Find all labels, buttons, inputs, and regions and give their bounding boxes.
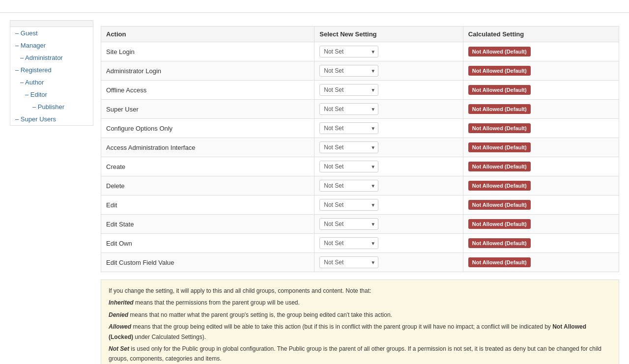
status-badge: Not Allowed (Default) [468, 66, 531, 76]
select-1[interactable]: Not SetInheritedDeniedAllowed [319, 65, 378, 77]
table-row: Super UserNot SetInheritedDeniedAllowed▼… [101, 100, 619, 119]
action-label: Site Login [101, 42, 314, 61]
action-label: Access Administration Interface [101, 138, 314, 157]
calculated-cell: Not Allowed (Default) [463, 253, 619, 272]
select-cell: Not SetInheritedDeniedAllowed▼ [314, 61, 463, 81]
notes-not-set: Not Set is used only for the Public grou… [109, 344, 611, 364]
action-label: Configure Options Only [101, 119, 314, 138]
select-0[interactable]: Not SetInheritedDeniedAllowed [319, 46, 378, 57]
calculated-cell: Not Allowed (Default) [463, 42, 619, 61]
action-label: Create [101, 157, 314, 176]
sidebar-item-author[interactable]: – Author [10, 76, 93, 88]
select-cell: Not SetInheritedDeniedAllowed▼ [314, 157, 463, 176]
action-label: Super User [101, 100, 314, 119]
action-label: Delete [101, 176, 314, 196]
sidebar-group-label [10, 20, 93, 27]
select-cell: Not SetInheritedDeniedAllowed▼ [314, 234, 463, 253]
calculated-cell: Not Allowed (Default) [463, 138, 619, 157]
sidebar-item-manager[interactable]: – Manager [10, 39, 93, 52]
status-badge: Not Allowed (Default) [468, 142, 531, 152]
status-badge: Not Allowed (Default) [468, 47, 531, 56]
table-row: Site LoginNot SetInheritedDeniedAllowed▼… [101, 42, 619, 61]
select-6[interactable]: Not SetInheritedDeniedAllowed [319, 161, 378, 172]
table-row: CreateNot SetInheritedDeniedAllowed▼Not … [101, 157, 619, 176]
select-cell: Not SetInheritedDeniedAllowed▼ [314, 196, 463, 215]
status-badge: Not Allowed (Default) [468, 104, 531, 114]
table-row: Offline AccessNot SetInheritedDeniedAllo… [101, 81, 619, 100]
select-cell: Not SetInheritedDeniedAllowed▼ [314, 81, 463, 100]
action-label: Edit Own [101, 234, 314, 253]
select-8[interactable]: Not SetInheritedDeniedAllowed [319, 199, 378, 211]
select-cell: Not SetInheritedDeniedAllowed▼ [314, 119, 463, 138]
page-title [0, 0, 629, 13]
table-row: Edit OwnNot SetInheritedDeniedAllowed▼No… [101, 234, 619, 253]
select-10[interactable]: Not SetInheritedDeniedAllowed [319, 237, 378, 249]
calculated-cell: Not Allowed (Default) [463, 61, 619, 81]
sidebar-item-registered[interactable]: – Registered [10, 64, 93, 76]
table-row: Access Administration InterfaceNot SetIn… [101, 138, 619, 157]
col-calculated: Calculated Setting [463, 27, 619, 42]
select-cell: Not SetInheritedDeniedAllowed▼ [314, 176, 463, 196]
select-cell: Not SetInheritedDeniedAllowed▼ [314, 215, 463, 234]
notes-intro: If you change the setting, it will apply… [109, 286, 611, 296]
col-action: Action [101, 27, 314, 42]
table-row: Edit Custom Field ValueNot SetInheritedD… [101, 253, 619, 272]
table-row: EditNot SetInheritedDeniedAllowed▼Not Al… [101, 196, 619, 215]
status-badge: Not Allowed (Default) [468, 123, 531, 133]
sidebar-item-publisher[interactable]: – Publisher [10, 101, 93, 113]
notes-inherited: Inherited means that the permissions fro… [109, 298, 611, 308]
table-row: DeleteNot SetInheritedDeniedAllowed▼Not … [101, 176, 619, 196]
col-select: Select New Setting [314, 27, 463, 42]
calculated-cell: Not Allowed (Default) [463, 100, 619, 119]
table-row: Administrator LoginNot SetInheritedDenie… [101, 61, 619, 81]
sidebar-items: – Guest– Manager– Administrator– Registe… [10, 27, 93, 126]
select-7[interactable]: Not SetInheritedDeniedAllowed [319, 180, 378, 192]
calculated-cell: Not Allowed (Default) [463, 196, 619, 215]
permissions-table: Action Select New Setting Calculated Set… [101, 26, 619, 272]
select-cell: Not SetInheritedDeniedAllowed▼ [314, 138, 463, 157]
notes-allowed: Allowed means that the group being edite… [109, 322, 611, 342]
table-row: Edit StateNot SetInheritedDeniedAllowed▼… [101, 215, 619, 234]
table-row: Configure Options OnlyNot SetInheritedDe… [101, 119, 619, 138]
select-5[interactable]: Not SetInheritedDeniedAllowed [319, 141, 378, 153]
sidebar-item-administrator[interactable]: – Administrator [10, 52, 93, 64]
status-badge: Not Allowed (Default) [468, 85, 531, 95]
calculated-cell: Not Allowed (Default) [463, 119, 619, 138]
calculated-cell: Not Allowed (Default) [463, 157, 619, 176]
select-3[interactable]: Not SetInheritedDeniedAllowed [319, 103, 378, 115]
notes-box: If you change the setting, it will apply… [101, 280, 619, 364]
select-9[interactable]: Not SetInheritedDeniedAllowed [319, 218, 378, 230]
status-badge: Not Allowed (Default) [468, 257, 531, 267]
sidebar-item-editor[interactable]: – Editor [10, 88, 93, 101]
status-badge: Not Allowed (Default) [468, 200, 531, 210]
status-badge: Not Allowed (Default) [468, 181, 531, 191]
sidebar-item-super-users[interactable]: – Super Users [10, 113, 93, 125]
calculated-cell: Not Allowed (Default) [463, 234, 619, 253]
select-cell: Not SetInheritedDeniedAllowed▼ [314, 100, 463, 119]
calculated-cell: Not Allowed (Default) [463, 81, 619, 100]
action-label: Edit State [101, 215, 314, 234]
status-badge: Not Allowed (Default) [468, 219, 531, 229]
select-4[interactable]: Not SetInheritedDeniedAllowed [319, 122, 378, 134]
action-label: Administrator Login [101, 61, 314, 81]
calculated-cell: Not Allowed (Default) [463, 176, 619, 196]
notes-denied: Denied means that no matter what the par… [109, 310, 611, 320]
action-label: Offline Access [101, 81, 314, 100]
select-cell: Not SetInheritedDeniedAllowed▼ [314, 42, 463, 61]
sidebar: – Guest– Manager– Administrator– Registe… [10, 20, 93, 364]
select-11[interactable]: Not SetInheritedDeniedAllowed [319, 256, 378, 268]
calculated-cell: Not Allowed (Default) [463, 215, 619, 234]
status-badge: Not Allowed (Default) [468, 238, 531, 248]
select-cell: Not SetInheritedDeniedAllowed▼ [314, 253, 463, 272]
status-badge: Not Allowed (Default) [468, 162, 531, 171]
select-2[interactable]: Not SetInheritedDeniedAllowed [319, 84, 378, 96]
action-label: Edit Custom Field Value [101, 253, 314, 272]
right-panel: Action Select New Setting Calculated Set… [101, 20, 619, 364]
sidebar-item-guest[interactable]: – Guest [10, 27, 93, 39]
action-label: Edit [101, 196, 314, 215]
